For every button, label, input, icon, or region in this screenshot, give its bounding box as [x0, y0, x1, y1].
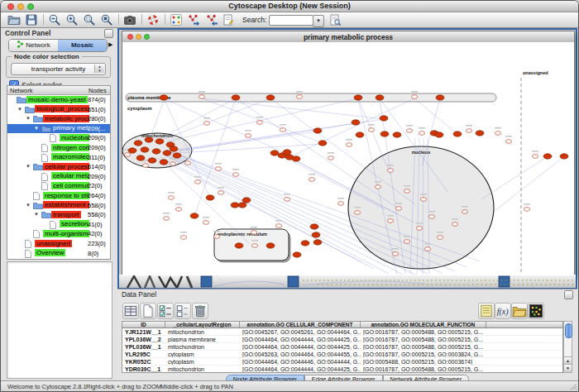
network-node-outlined[interactable] [416, 227, 422, 231]
network-node-outlined[interactable] [420, 198, 426, 202]
birds-eye-view[interactable] [7, 261, 112, 379]
network-node[interactable] [170, 146, 178, 151]
network-node[interactable] [354, 95, 362, 100]
network-node-outlined[interactable] [428, 215, 434, 219]
network-node[interactable] [293, 252, 301, 257]
tree-item-metabolic-process[interactable]: ▼metabolic process280(0) [7, 114, 110, 123]
network-node-outlined[interactable] [203, 221, 208, 225]
network-node-outlined[interactable] [275, 224, 281, 228]
network-node-outlined[interactable] [495, 131, 500, 136]
network-canvas[interactable]: plasma membranecytoplasmnucleusmitochond… [122, 42, 574, 275]
table-cell[interactable] [486, 366, 563, 373]
network-node-outlined[interactable] [337, 202, 343, 206]
tree-item-secretion[interactable]: secretion41(0) [7, 220, 110, 229]
network-node-outlined[interactable] [346, 143, 352, 147]
network-node-outlined[interactable] [437, 236, 443, 240]
network-node-outlined[interactable] [387, 219, 393, 223]
table-cell[interactable] [486, 328, 563, 336]
network-node[interactable] [560, 154, 568, 159]
expand-arrow-icon[interactable]: ▼ [26, 203, 31, 208]
table-cell[interactable]: mitochondrion [165, 328, 240, 336]
scroll-down-icon[interactable]: ▼ [564, 364, 572, 372]
column-header-id[interactable]: ID [122, 322, 165, 328]
table-cell[interactable]: [GO:0045267, GO:0045261, GO:0044464, G..… [240, 328, 361, 336]
table-scrollbar[interactable]: ▲ ▼ [563, 321, 572, 373]
select-attributes-icon[interactable] [157, 303, 174, 319]
network-node-outlined[interactable] [218, 191, 223, 195]
table-cell[interactable]: plasma membrane [165, 336, 240, 343]
table-cell[interactable]: YPL036W__1 [122, 343, 165, 351]
table-cell[interactable] [486, 358, 563, 366]
network-node[interactable] [436, 95, 444, 100]
search-dropdown-icon[interactable]: ▼ [313, 15, 324, 27]
network-window-titlebar[interactable]: primary metabolic process [122, 31, 574, 43]
function-builder-icon[interactable]: f(x) [495, 303, 511, 319]
network-node-outlined[interactable] [199, 95, 204, 99]
column-header-empty[interactable] [486, 322, 563, 328]
node-color-dropdown[interactable]: transporter activity ▲▼ [11, 63, 106, 75]
resize-grip-icon[interactable] [570, 383, 577, 390]
network-node-outlined[interactable] [524, 208, 529, 212]
tree-item-biological-process[interactable]: ▼biological_process651(0) [7, 105, 110, 114]
help-icon[interactable] [146, 13, 160, 26]
expand-arrow-icon[interactable]: ▼ [34, 212, 39, 217]
network-node[interactable] [301, 241, 309, 246]
network-node-outlined[interactable] [142, 164, 148, 168]
network-node-outlined[interactable] [419, 131, 424, 136]
network-node[interactable] [312, 232, 320, 237]
attribute-table-icon[interactable] [122, 303, 139, 319]
network-node-outlined[interactable] [392, 252, 398, 256]
network-node[interactable] [238, 203, 246, 208]
network-node[interactable] [453, 131, 462, 136]
tree-item-multi-organism-pro[interactable]: multi-organism pro42(0) [7, 229, 110, 238]
network-node[interactable] [283, 150, 291, 155]
network-node-outlined[interactable] [411, 95, 417, 99]
new-attribute-icon[interactable] [140, 303, 156, 319]
network-node[interactable] [128, 148, 136, 153]
export-network-icon[interactable] [204, 13, 218, 26]
zoom-selected-icon[interactable] [83, 13, 96, 26]
zoom-fit-icon[interactable] [100, 13, 113, 26]
search-doc-icon[interactable] [328, 13, 342, 26]
table-cell[interactable]: [GO:0016787, GO:0005488, GO:0005215, G..… [361, 343, 486, 351]
network-node-outlined[interactable] [175, 208, 181, 212]
tree-item-establishment-of-lo[interactable]: ▼establishment of lo558(0) [7, 201, 110, 210]
network-node[interactable] [141, 147, 149, 152]
network-node-outlined[interactable] [213, 235, 219, 239]
table-cell[interactable]: [GO:0044464, GO:0044444, GO:0044425, G..… [240, 366, 361, 373]
unselect-attributes-icon[interactable] [175, 303, 191, 319]
network-node-outlined[interactable] [505, 140, 511, 144]
network-node-outlined[interactable] [309, 178, 314, 182]
expand-arrow-icon[interactable]: ▼ [26, 116, 31, 121]
network-node[interactable] [152, 149, 160, 154]
table-cell[interactable]: YPL036W__2 [122, 336, 165, 343]
table-cell[interactable]: [GO:0044464, GO:0044444, GO:0044425, G..… [240, 343, 361, 351]
tree-item-transport[interactable]: ▼transport558(0) [7, 210, 110, 219]
open-folder-icon[interactable] [7, 13, 21, 26]
search-input[interactable] [269, 15, 313, 26]
zoom-out-icon[interactable] [48, 13, 61, 26]
table-cell[interactable]: cytoplasm [165, 351, 240, 358]
import-attributes-icon[interactable] [511, 303, 528, 319]
network-node[interactable] [380, 116, 388, 121]
expand-arrow-icon[interactable]: ▼ [34, 126, 39, 131]
network-node[interactable] [206, 195, 214, 200]
zoom-in-icon[interactable] [65, 13, 79, 26]
table-cell[interactable] [486, 351, 563, 358]
network-node-outlined[interactable] [251, 231, 256, 235]
expand-arrow-icon[interactable]: ▼ [26, 164, 31, 169]
network-node-outlined[interactable] [194, 180, 200, 184]
vizmapper-icon[interactable] [170, 13, 183, 26]
tree-item-macromolecule[interactable]: macromolecule311(0) [7, 153, 110, 162]
column-header-annotation-go-cellular-component[interactable]: annotation.GO CELLULAR_COMPONENT [240, 322, 361, 328]
network-node[interactable] [163, 151, 171, 155]
attribute-table[interactable]: ID_cellularLayoutRegionannotation.GO CEL… [122, 321, 563, 373]
network-node[interactable] [136, 155, 145, 160]
network-node[interactable] [352, 120, 360, 125]
network-node-outlined[interactable] [424, 247, 430, 251]
table-cell[interactable]: YJR121W__1 [122, 328, 165, 336]
network-node[interactable] [476, 131, 484, 136]
tree-item-cell-communicat[interactable]: cell communicat22(0) [7, 181, 110, 190]
network-node-outlined[interactable] [462, 210, 467, 214]
table-cell[interactable]: [GO:0044464, GO:0044446, GO:0044444, G..… [240, 358, 361, 366]
